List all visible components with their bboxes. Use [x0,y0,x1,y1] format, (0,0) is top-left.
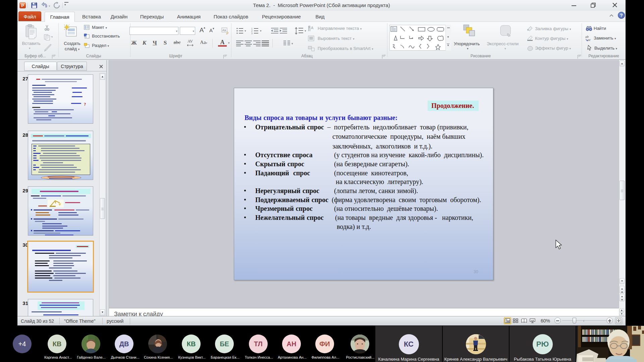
svg-text:ac: ac [588,38,591,42]
svg-text:А: А [311,26,314,30]
svg-text:2: 2 [251,30,253,32]
svg-text:Аз: Аз [222,28,226,32]
svg-text:1: 1 [251,27,253,30]
svg-text:3: 3 [251,32,253,35]
